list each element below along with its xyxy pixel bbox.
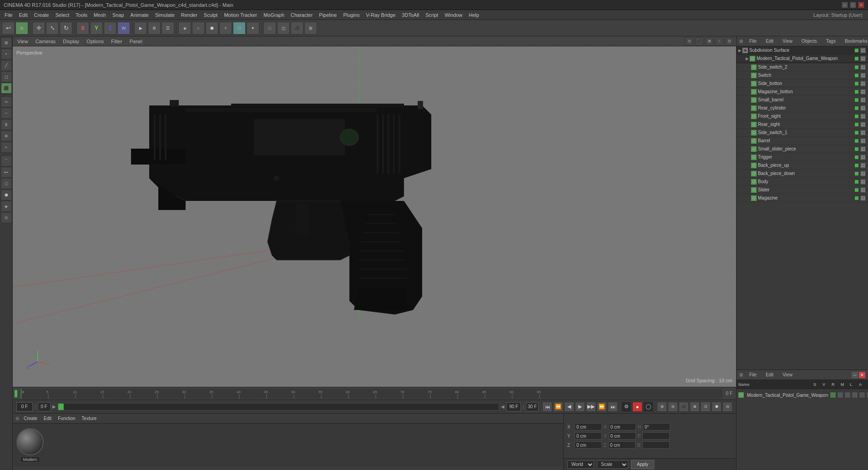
menu-mesh[interactable]: Mesh	[91, 11, 109, 19]
p-rot-input[interactable]	[642, 432, 670, 440]
timeline-ruler[interactable]: 0 5 10 15 20 25 30 35	[21, 389, 722, 399]
y-scale-input[interactable]	[609, 432, 636, 440]
axis-z-button[interactable]: Z	[104, 22, 116, 35]
undo-button[interactable]: ↩	[2, 22, 15, 35]
rigging-mode-button[interactable]: ⬡	[233, 22, 246, 35]
play-forward-button[interactable]: ▶▶	[586, 402, 596, 412]
om-tab-bookmarks[interactable]: Bookmarks	[842, 38, 868, 45]
om-item-switch[interactable]: ⬡ Switch	[737, 71, 868, 80]
vp-icon-5[interactable]: ⊡	[725, 37, 733, 45]
left-tool-9[interactable]: ⊚	[1, 130, 12, 141]
left-tool-6[interactable]: ∾	[1, 96, 12, 107]
frame-end-input[interactable]	[506, 402, 521, 411]
left-tool-11[interactable]: ⌒	[1, 155, 12, 166]
frame-current-input[interactable]	[16, 402, 33, 411]
scale-dropdown[interactable]: Scale Absolute	[597, 460, 628, 469]
menu-file[interactable]: File	[2, 11, 15, 19]
om-item-rear-sight[interactable]: ⬡ Rear_sight	[737, 120, 868, 129]
display-btn2[interactable]: ◫	[277, 22, 290, 35]
frame-start-input[interactable]	[38, 402, 50, 411]
viewport-canvas[interactable]: Perspective	[13, 46, 736, 387]
axis-x-button[interactable]: X	[76, 22, 89, 35]
mat-menu-create[interactable]: Create	[22, 415, 39, 421]
om-item-side-switch-1[interactable]: ⬡ Side_switch_1	[737, 129, 868, 137]
om-item-back-piece-down[interactable]: ⬡ Back_piece_down	[737, 170, 868, 178]
om-item-small-barrel[interactable]: ⬡ Small_barrel	[737, 96, 868, 104]
render-queue-button[interactable]: ☰	[161, 22, 174, 35]
menu-render[interactable]: Render	[178, 11, 200, 19]
om-tab-view[interactable]: View	[780, 38, 795, 45]
left-tool-polys[interactable]: ◻	[1, 71, 12, 82]
om-item-model[interactable]: ▶ ⬡ Modern_Tactical_Pistol_Game_Weapon	[737, 55, 868, 63]
mat-menu-edit[interactable]: Edit	[42, 415, 53, 421]
menu-help[interactable]: Help	[466, 11, 482, 19]
scale-button[interactable]: ⤡	[46, 22, 59, 35]
fps-input[interactable]	[526, 402, 539, 411]
layout-btn3[interactable]: ⬛	[679, 402, 689, 412]
menu-pipeline[interactable]: Pipeline	[316, 11, 339, 19]
left-tool-5[interactable]: ⬛	[1, 83, 12, 94]
move-button[interactable]: ✛	[32, 22, 45, 35]
attr-collapse-button[interactable]: ─	[852, 372, 858, 378]
left-tool-edges[interactable]: ╱	[1, 60, 12, 71]
object-mode-button[interactable]: ○	[192, 22, 205, 35]
display-btn4[interactable]: ⊞	[304, 22, 317, 35]
restore-button[interactable]: □	[850, 2, 856, 8]
vp-menu-display[interactable]: Display	[61, 38, 81, 45]
vp-menu-view[interactable]: View	[15, 38, 30, 45]
attr-tab-file[interactable]: File	[747, 371, 759, 378]
om-item-small-slider[interactable]: ⬡ Small_slider_piece	[737, 145, 868, 153]
layout-btn4[interactable]: ⊠	[690, 402, 700, 412]
om-item-trigger[interactable]: ⬡ Trigger	[737, 153, 868, 161]
menu-plugins[interactable]: Plugins	[340, 11, 362, 19]
go-last-button[interactable]: ⏭	[608, 402, 618, 412]
om-item-rear-cylinder[interactable]: ⬡ Rear_cylinder	[737, 104, 868, 112]
om-item-side-switch-2[interactable]: ⬡ Side_switch_2	[737, 63, 868, 71]
menu-script[interactable]: Script	[423, 11, 441, 19]
om-tab-file[interactable]: File	[747, 38, 759, 45]
sculpt-mode-button[interactable]: ✧	[219, 22, 232, 35]
vp-menu-cameras[interactable]: Cameras	[34, 38, 58, 45]
material-preview[interactable]: Modern	[16, 428, 44, 463]
attr-tab-edit[interactable]: Edit	[763, 371, 776, 378]
z-scale-input[interactable]	[608, 441, 636, 449]
left-tool-16[interactable]: ⊙	[1, 212, 12, 223]
vp-icon-3[interactable]: ⊞	[705, 37, 713, 45]
left-tool-points[interactable]: •	[1, 49, 12, 60]
apply-button[interactable]: Apply	[631, 460, 654, 469]
menu-snap[interactable]: Snap	[110, 11, 127, 19]
vp-menu-panel[interactable]: Panel	[128, 38, 144, 45]
om-tab-objects[interactable]: Objects	[799, 38, 820, 45]
mat-menu-texture[interactable]: Texture	[80, 415, 99, 421]
timeline-scrub[interactable]	[58, 403, 500, 410]
rotate-button[interactable]: ↻	[60, 22, 72, 35]
vp-menu-options[interactable]: Options	[85, 38, 106, 45]
menu-edit[interactable]: Edit	[16, 11, 30, 19]
minimize-button[interactable]: ─	[842, 2, 848, 8]
menu-motion-tracker[interactable]: Motion Tracker	[221, 11, 260, 19]
layout-btn7[interactable]: ⊟	[722, 402, 732, 412]
left-tool-8[interactable]: $	[1, 119, 12, 130]
om-item-slider[interactable]: ⬡ Slider	[737, 186, 868, 194]
menu-window[interactable]: Window	[442, 11, 465, 19]
vp-icon-2[interactable]: ⬛	[695, 37, 703, 45]
menu-mograph[interactable]: MoGraph	[261, 11, 287, 19]
menu-select[interactable]: Select	[53, 11, 72, 19]
render-settings-button[interactable]: ⚙	[148, 22, 161, 35]
om-tab-tags[interactable]: Tags	[823, 38, 838, 45]
om-item-side-botton[interactable]: ⬡ Side_botton	[737, 80, 868, 88]
z-pos-input[interactable]	[575, 441, 602, 449]
render-view-button[interactable]: ▶	[134, 22, 147, 35]
layout-btn6[interactable]: ⬟	[712, 402, 722, 412]
om-item-body[interactable]: ⬡ Body	[737, 178, 868, 186]
particle-mode-button[interactable]: ✦	[247, 22, 259, 35]
play-back-button[interactable]: ◀	[564, 402, 574, 412]
texture-mode-button[interactable]: ⬢	[206, 22, 218, 35]
left-tool-14[interactable]: ⬢	[1, 190, 12, 200]
y-pos-input[interactable]	[575, 432, 602, 440]
layout-btn5[interactable]: ⊡	[701, 402, 711, 412]
left-tool-13[interactable]: ⬡	[1, 178, 12, 189]
prev-frame-button[interactable]: ⏪	[553, 402, 563, 412]
axis-y-button[interactable]: Y	[90, 22, 103, 35]
x-pos-input[interactable]	[575, 423, 602, 430]
